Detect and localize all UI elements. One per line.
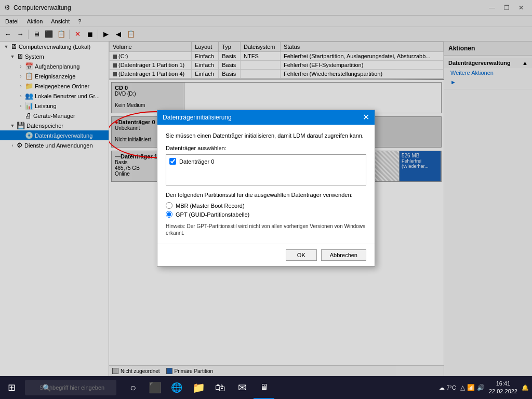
dialog-note: Hinweis: Der GPT-Partitionsstil wird nic…: [166, 223, 366, 236]
search-wrapper: 🔍: [25, 380, 116, 395]
dialog-footer: OK Abbrechen: [157, 244, 375, 266]
taskbar-clock[interactable]: 16:41 22.02.2022: [489, 380, 517, 396]
taskbar-cortana[interactable]: ○: [123, 376, 143, 399]
dialog-checkbox-0[interactable]: [169, 158, 176, 165]
notification-button[interactable]: 🔔: [522, 384, 529, 391]
clock-time: 16:41: [489, 380, 517, 388]
dialog-init: Datenträgerinitialisierung ✕ Sie müssen …: [157, 110, 375, 267]
dialog-select-label: Datenträger auswählen:: [166, 145, 366, 151]
taskbar-right: ☁ 7°C △ 📶 🔊 16:41 22.02.2022 🔔: [439, 380, 532, 396]
radio-gpt[interactable]: [166, 211, 172, 218]
radio-mbr[interactable]: [166, 202, 172, 209]
weather-temp: 7°C: [446, 384, 456, 391]
start-button[interactable]: ⊞: [0, 376, 23, 399]
dialog-checkbox-list: Datenträger 0: [166, 154, 366, 185]
tray-network[interactable]: 📶: [467, 384, 475, 391]
dialog-cancel-button[interactable]: Abbrechen: [321, 249, 366, 261]
taskbar-mail[interactable]: ✉: [232, 376, 252, 399]
taskbar-store[interactable]: 🛍: [210, 376, 231, 399]
taskbar-edge[interactable]: 🌐: [166, 376, 187, 399]
dialog-close-button[interactable]: ✕: [363, 113, 369, 122]
radio-gpt-label[interactable]: GPT (GUID-Partitionstabelle): [176, 211, 249, 218]
dialog-overlay: Datenträgerinitialisierung ✕ Sie müssen …: [0, 0, 532, 376]
tray-arrow[interactable]: △: [460, 384, 465, 391]
taskbar-icon-group: ○ ⬛ 🌐 📁 🛍 ✉ 🖥: [123, 376, 274, 399]
weather-icon: ☁: [439, 384, 445, 391]
dialog-radio-mbr[interactable]: MBR (Master Boot Record): [166, 201, 366, 210]
dialog-radio-gpt[interactable]: GPT (GUID-Partitionstabelle): [166, 210, 366, 219]
system-tray: △ 📶 🔊: [460, 384, 485, 391]
dialog-title-bar: Datenträgerinitialisierung ✕: [157, 110, 375, 125]
dialog-ok-button[interactable]: OK: [286, 249, 317, 261]
taskbar-taskview[interactable]: ⬛: [144, 376, 165, 399]
radio-mbr-label[interactable]: MBR (Master Boot Record): [176, 203, 245, 209]
dialog-body: Sie müssen einen Datenträger initialisie…: [157, 125, 375, 244]
dialog-intro-text: Sie müssen einen Datenträger initialisie…: [166, 132, 366, 140]
taskbar: ⊞ 🔍 ○ ⬛ 🌐 📁 🛍 ✉ 🖥 ☁ 7°C △ 📶 🔊 16:41 22.0…: [0, 376, 532, 399]
dialog-checkbox-label-0[interactable]: Datenträger 0: [179, 158, 214, 165]
dialog-checkbox-item-0: Datenträger 0: [169, 157, 363, 166]
dialog-partition-label: Den folgenden Partitionsstil für die aus…: [166, 192, 366, 198]
tray-volume[interactable]: 🔊: [477, 384, 485, 391]
dialog-title-text: Datenträgerinitialisierung: [163, 114, 232, 121]
taskbar-active-app[interactable]: 🖥: [254, 376, 274, 399]
search-input[interactable]: [25, 380, 116, 395]
weather-display: ☁ 7°C: [439, 384, 456, 391]
taskbar-explorer[interactable]: 📁: [188, 376, 209, 399]
clock-date: 22.02.2022: [489, 388, 517, 395]
dialog-radio-group: MBR (Master Boot Record) GPT (GUID-Parti…: [166, 201, 366, 219]
